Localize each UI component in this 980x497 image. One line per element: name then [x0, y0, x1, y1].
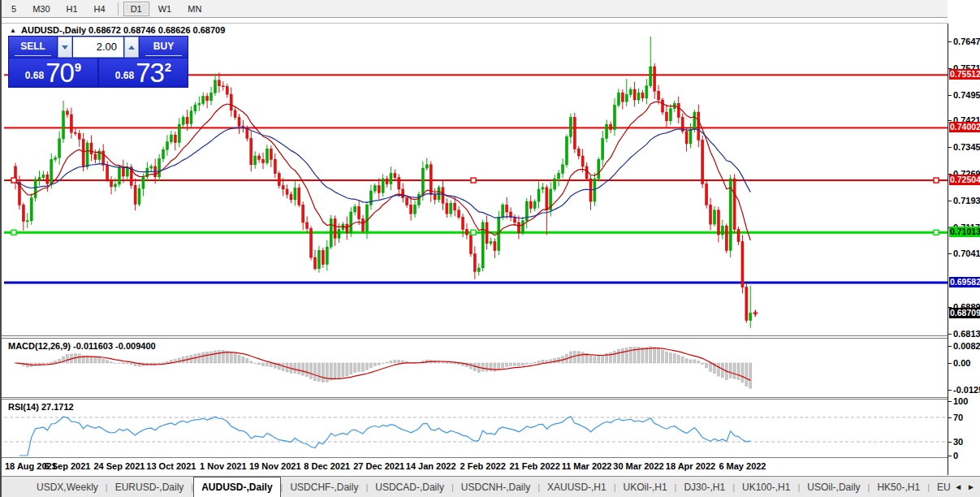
- bear-candle: [442, 188, 444, 203]
- line-handle[interactable]: [934, 178, 939, 183]
- timeframe-button-5[interactable]: 5: [4, 2, 24, 16]
- macd-histogram-bar: [126, 363, 128, 364]
- macd-histogram-bar: [745, 363, 748, 386]
- horizontal-line-0.69582[interactable]: [4, 282, 948, 284]
- date-axis[interactable]: 18 Aug 20216 Sep 202124 Sep 202113 Oct 2…: [2, 458, 948, 475]
- macd-histogram-bar: [573, 352, 576, 363]
- macd-histogram-bar: [206, 352, 209, 363]
- timeframe-button-m30[interactable]: M30: [25, 2, 57, 16]
- macd-histogram-bar: [66, 355, 68, 363]
- bear-candle: [362, 219, 365, 231]
- macd-histogram-bar: [210, 352, 213, 363]
- bear-candle: [102, 151, 105, 165]
- bull-candle: [54, 158, 57, 159]
- chart-tab-ukoil-h1[interactable]: UKOil-,H1: [616, 477, 675, 497]
- chart-tab-usdcnh-daily[interactable]: USDCNH-,Daily: [454, 477, 537, 497]
- bear-candle: [222, 86, 224, 87]
- bear-candle: [514, 217, 516, 222]
- chart-tab-eurusd-daily[interactable]: EURUSD-,Daily: [108, 477, 192, 497]
- macd-histogram-bar: [502, 363, 504, 368]
- bull-candle: [38, 178, 41, 179]
- macd-histogram-bar: [198, 353, 201, 363]
- macd-histogram-bar: [614, 352, 616, 363]
- price-tick-label: 0.70410: [953, 248, 980, 258]
- bear-candle: [662, 100, 664, 112]
- macd-histogram-bar: [50, 362, 53, 363]
- macd-histogram-bar: [749, 363, 752, 388]
- bear-candle: [70, 115, 72, 132]
- macd-histogram-bar: [662, 350, 664, 363]
- horizontal-line-0.74002[interactable]: [4, 127, 948, 128]
- line-handle[interactable]: [11, 230, 16, 235]
- chart-tab-xauusd-h1[interactable]: XAUUSD-,H1: [540, 477, 614, 497]
- macd-histogram-bar: [689, 360, 692, 363]
- bull-candle: [63, 111, 65, 139]
- buy-price-main: 73: [136, 62, 164, 84]
- macd-histogram-bar: [258, 363, 261, 365]
- axis-separator-line: [948, 24, 948, 475]
- chart-tab-usdcad-daily[interactable]: USDCAD-,Daily: [368, 477, 451, 497]
- line-handle[interactable]: [471, 178, 476, 183]
- date-tick-label: 21 Feb 2022: [509, 461, 559, 471]
- macd-histogram-bar: [506, 363, 508, 366]
- bear-candle: [78, 133, 80, 139]
- macd-histogram-bar: [122, 363, 124, 364]
- line-handle[interactable]: [471, 230, 476, 235]
- tab-scroll-left-icon[interactable]: ◄: [954, 482, 962, 491]
- chart-tab-hk50-h1[interactable]: HK50-,H1: [870, 477, 927, 497]
- bull-candle: [669, 109, 671, 121]
- bear-candle: [685, 132, 688, 144]
- bull-candle: [114, 184, 117, 187]
- volume-input[interactable]: 2.00: [73, 37, 123, 58]
- macd-histogram-bar: [398, 361, 400, 363]
- bear-candle: [633, 89, 636, 100]
- timeframe-button-h4[interactable]: H4: [87, 2, 113, 16]
- chart-tab-audusd-daily[interactable]: AUDUSD-,Daily: [193, 477, 280, 497]
- bull-candle: [266, 149, 268, 162]
- line-handle[interactable]: [11, 178, 16, 183]
- bear-candle: [270, 149, 272, 159]
- chart-tab-usoil-daily[interactable]: USOil-,Daily: [800, 477, 867, 497]
- macd-histogram-bar: [658, 348, 660, 363]
- bear-candle: [585, 166, 588, 179]
- bull-candle: [326, 247, 328, 265]
- axis-tick-mark: [948, 417, 952, 418]
- macd-histogram-bar: [118, 363, 120, 364]
- timeframe-button-mn[interactable]: MN: [180, 2, 209, 16]
- price-axis[interactable]: 0.764700.757100.749500.742100.734500.726…: [948, 0, 980, 497]
- sell-price-display[interactable]: 0.68709: [9, 58, 97, 87]
- macd-histogram-bar: [350, 363, 352, 374]
- timeframe-button-h1[interactable]: H1: [59, 2, 85, 16]
- chart-tab-uk100-h1[interactable]: UK100-,H1: [735, 477, 797, 497]
- bear-candle: [517, 223, 520, 233]
- bear-candle: [725, 226, 727, 250]
- collapse-panel-icon[interactable]: ▲: [10, 27, 16, 34]
- bull-candle: [693, 112, 696, 130]
- macd-histogram-bar: [473, 363, 476, 371]
- chart-tab-dj30-h1[interactable]: DJ30-,H1: [676, 477, 732, 497]
- buy-price-display[interactable]: 0.68732: [99, 58, 188, 87]
- sell-button[interactable]: SELL: [9, 37, 57, 58]
- macd-histogram-bar: [486, 363, 488, 371]
- timeframe-button-d1[interactable]: D1: [123, 2, 149, 16]
- macd-histogram-bar: [94, 357, 97, 363]
- bear-candle: [262, 159, 265, 162]
- tab-scroll-right-icon[interactable]: ►: [967, 482, 975, 491]
- line-handle[interactable]: [934, 230, 939, 235]
- bear-candle: [706, 184, 708, 205]
- volume-decrease-button[interactable]: [58, 37, 72, 58]
- volume-increase-button[interactable]: [124, 37, 139, 58]
- macd-histogram-bar: [98, 358, 101, 363]
- buy-button[interactable]: BUY: [140, 37, 188, 58]
- bull-candle: [26, 221, 28, 222]
- bear-candle: [577, 149, 580, 156]
- macd-histogram-bar: [454, 363, 456, 364]
- timeframe-button-w1[interactable]: W1: [151, 2, 179, 16]
- chart-tab-usdchf-daily[interactable]: USDCHF-,Daily: [283, 477, 365, 497]
- macd-histogram-bar: [234, 354, 236, 363]
- chart-tab-usdx-weekly[interactable]: USDX,Weekly: [29, 477, 106, 497]
- rsi-pane[interactable]: [4, 400, 948, 457]
- date-tick-label: 30 Mar 2022: [613, 461, 663, 471]
- bull-candle: [86, 143, 89, 166]
- macd-histogram-bar: [365, 363, 368, 370]
